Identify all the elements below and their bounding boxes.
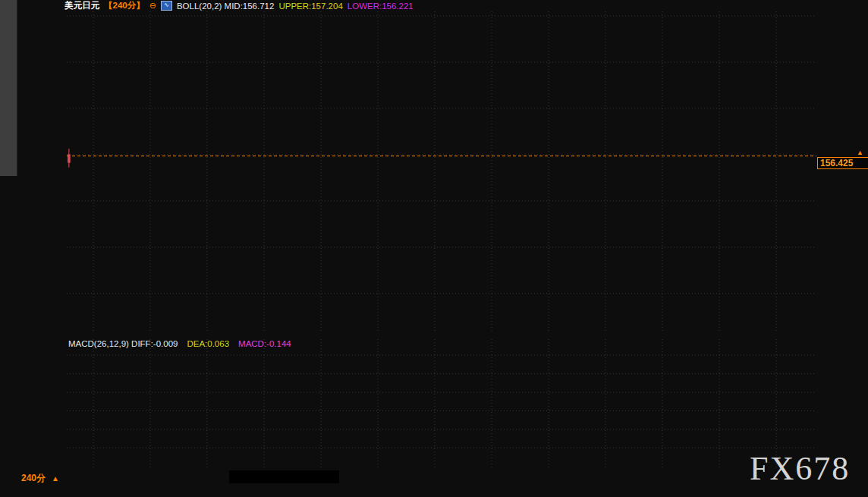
interval-label: 【240分】 [104,0,145,11]
grid-layer [67,11,816,469]
current-price-tag: 156.425 [817,157,868,169]
indicator-chart-icon[interactable]: ∿ [161,1,172,11]
chevron-up-icon: ▲ [52,474,59,483]
timeframe-selector[interactable]: 240分▲ [21,472,59,485]
chart-canvas[interactable] [0,0,868,497]
timeframe-label: 240分 [21,473,46,483]
trading-app-window: 美元日元 【240分】 ⊖ ∿ BOLL(20,2) MID:156.712 U… [0,0,868,497]
axis-gap-patch [229,470,339,483]
chart-header: 美元日元 【240分】 ⊖ ∿ BOLL(20,2) MID:156.712 U… [64,0,414,11]
macd-bar-readout: MACD:-0.144 [238,339,291,348]
boll-mid-readout: BOLL(20,2) MID:156.712 [177,2,275,11]
macd-header: MACD(26,12,9) DIFF:-0.009 DEA:0.063 MACD… [68,339,291,348]
watermark-fx678: FX678 [750,449,850,488]
chart-type-sidebar [0,0,17,176]
price-marker-icon: ▲ [857,149,863,156]
symbol-title: 美元日元 [64,0,99,11]
macd-dea-readout: DEA:0.063 [187,339,229,348]
collapse-icon[interactable]: ⊖ [149,1,156,11]
boll-upper-readout: UPPER:157.204 [278,2,342,11]
boll-lower-readout: LOWER:156.221 [348,2,414,11]
macd-diff-readout: MACD(26,12,9) DIFF:-0.009 [68,339,178,348]
candles-layer [68,149,71,168]
